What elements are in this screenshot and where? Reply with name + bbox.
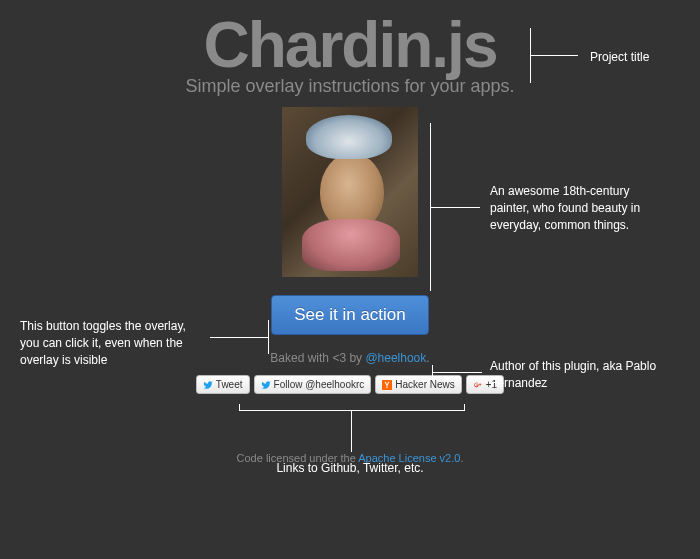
twitter-icon: [261, 380, 271, 390]
author-link[interactable]: @heelhook: [365, 351, 426, 365]
hackernews-button[interactable]: Hacker News: [375, 375, 461, 394]
credit-prefix: Baked with <3 by: [270, 351, 365, 365]
gplus-icon: [473, 380, 483, 390]
anno-button: This button toggles the overlay, you can…: [20, 318, 205, 368]
subtitle: Simple overlay instructions for your app…: [0, 76, 700, 97]
anno-portrait: An awesome 18th-century painter, who fou…: [490, 183, 670, 233]
twitter-icon: [203, 380, 213, 390]
tweet-button[interactable]: Tweet: [196, 375, 250, 394]
see-it-in-action-button[interactable]: See it in action: [271, 295, 429, 335]
follow-button[interactable]: Follow @heelhookrc: [254, 375, 372, 394]
anno-project-title: Project title: [590, 49, 649, 66]
follow-label: Follow @heelhookrc: [274, 378, 365, 391]
hn-icon: [382, 380, 392, 390]
anno-author: Author of this plugin, aka Pablo Fernand…: [490, 358, 680, 392]
tweet-label: Tweet: [216, 378, 243, 391]
hn-label: Hacker News: [395, 378, 454, 391]
anno-links: Links to Github, Twitter, etc.: [0, 460, 700, 477]
portrait-image: [282, 107, 418, 277]
credit-suffix: .: [426, 351, 429, 365]
project-title: Chardin.js: [0, 8, 700, 82]
